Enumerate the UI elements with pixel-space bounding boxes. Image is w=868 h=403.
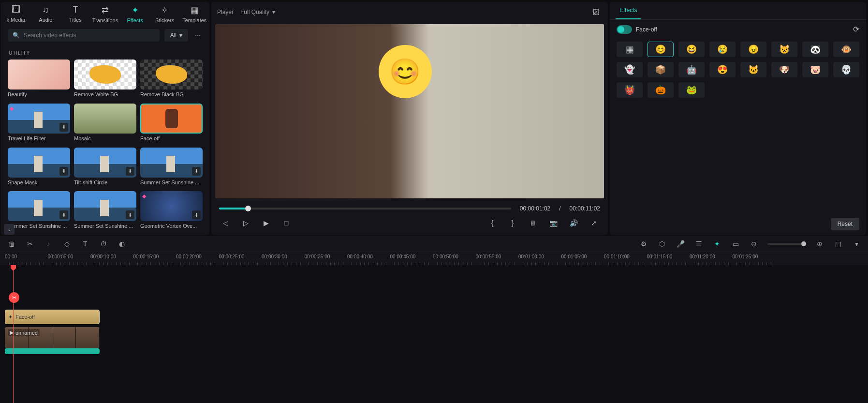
nav-tab-titles[interactable]: TTitles: [60, 5, 90, 23]
adjust-icon[interactable]: ⚙: [639, 240, 648, 248]
effect-item[interactable]: ◆⬇Geometric Vortex Ove...: [140, 191, 203, 230]
play-button[interactable]: ▶: [260, 217, 272, 229]
nav-tab-k-media[interactable]: 🎞k Media: [1, 5, 31, 23]
effect-thumb[interactable]: ⬇: [74, 191, 136, 221]
split-icon[interactable]: ✂: [25, 240, 35, 248]
tab-effects[interactable]: Effects: [616, 2, 641, 19]
effect-item[interactable]: Face-off: [140, 104, 203, 143]
more-button[interactable]: ⋯: [193, 32, 203, 39]
speed-icon[interactable]: ⏱: [99, 240, 108, 248]
display-icon[interactable]: 🖥: [527, 217, 539, 229]
video-preview[interactable]: 😊: [215, 24, 604, 198]
collapse-sidebar-button[interactable]: ‹: [4, 224, 15, 235]
nav-tab-audio[interactable]: ♫Audio: [31, 5, 61, 23]
emoji-option[interactable]: 🐵: [833, 42, 859, 57]
zoom-in-icon[interactable]: ⊕: [815, 240, 824, 248]
download-icon[interactable]: ⬇: [126, 167, 134, 176]
filter-dropdown[interactable]: All ▾: [164, 29, 188, 42]
effect-clip[interactable]: ✦ Face-off: [5, 310, 100, 324]
camera-icon[interactable]: 📷: [547, 217, 559, 229]
mark-out-button[interactable]: }: [506, 217, 519, 229]
effect-thumb[interactable]: ⬇: [74, 148, 136, 178]
download-icon[interactable]: ⬇: [126, 210, 134, 219]
emoji-option[interactable]: 📦: [647, 62, 674, 77]
effect-thumb[interactable]: [8, 60, 70, 90]
effect-item[interactable]: ⬇Tilt-shift Circle: [74, 148, 136, 187]
effect-thumb[interactable]: ⬇: [140, 148, 203, 178]
emoji-option[interactable]: 🐱: [740, 62, 766, 77]
effect-thumb[interactable]: ◆⬇: [8, 104, 70, 134]
download-icon[interactable]: ⬇: [59, 123, 68, 132]
dropdown-icon[interactable]: ▾: [852, 240, 861, 248]
effect-item[interactable]: Mosaic: [74, 104, 136, 143]
effect-item[interactable]: ⬇Shape Mask: [8, 148, 70, 187]
mixer-icon[interactable]: ☰: [694, 240, 704, 248]
aspect-icon[interactable]: ▭: [731, 240, 740, 248]
scrub-bar[interactable]: [219, 208, 511, 209]
timeline-ruler[interactable]: 00:0000:00:05:0000:00:10:0000:00:15:0000…: [0, 252, 868, 265]
nav-tab-templates[interactable]: ▦Templates: [179, 5, 209, 23]
snapshot-icon[interactable]: 🖼: [589, 6, 602, 18]
nav-tab-effects[interactable]: ✦Effects: [120, 5, 150, 23]
nav-tab-transitions[interactable]: ⇄Transitions: [90, 5, 120, 23]
emoji-option[interactable]: 🎃: [647, 82, 674, 98]
color-icon[interactable]: ◐: [117, 240, 127, 248]
effect-item[interactable]: Remove White BG: [74, 60, 136, 99]
download-icon[interactable]: ⬇: [192, 167, 201, 176]
emoji-option[interactable]: 💀: [833, 62, 859, 77]
playhead[interactable]: [13, 265, 14, 403]
volume-icon[interactable]: 🔊: [567, 217, 580, 229]
download-icon[interactable]: ⬇: [59, 167, 68, 176]
emoji-option[interactable]: 🐶: [771, 62, 797, 77]
search-field[interactable]: [24, 32, 155, 39]
audio-clip[interactable]: [5, 348, 100, 354]
effect-thumb[interactable]: ⬇: [8, 148, 70, 178]
layout-icon[interactable]: ▤: [833, 240, 843, 248]
effect-item[interactable]: ⬇Summer Set Sunshine ...: [8, 191, 70, 230]
mic-icon[interactable]: 🎤: [676, 240, 685, 248]
effect-item[interactable]: Remove Black BG: [140, 60, 203, 99]
effect-thumb[interactable]: [74, 104, 136, 134]
emoji-option[interactable]: ▦: [617, 42, 643, 57]
emoji-option[interactable]: 😠: [740, 42, 766, 57]
faceoff-toggle[interactable]: [617, 25, 632, 34]
reset-button[interactable]: Reset: [831, 218, 859, 230]
zoom-out-icon[interactable]: ⊖: [749, 240, 759, 248]
emoji-option[interactable]: 👹: [617, 82, 643, 98]
effect-item[interactable]: Beautify: [8, 60, 70, 99]
emoji-option[interactable]: 😆: [678, 42, 705, 57]
effect-thumb[interactable]: [140, 104, 203, 134]
emoji-option[interactable]: 👻: [617, 62, 643, 77]
effect-thumb[interactable]: ⬇: [8, 191, 70, 221]
quality-dropdown[interactable]: Full Quality ▾: [240, 9, 275, 15]
fullscreen-icon[interactable]: ⤢: [588, 217, 600, 229]
emoji-option[interactable]: 🐸: [678, 82, 705, 98]
marker-icon[interactable]: ⬡: [657, 240, 667, 248]
stop-button[interactable]: □: [280, 217, 293, 229]
zoom-slider[interactable]: [767, 243, 806, 245]
effect-thumb[interactable]: ◆⬇: [140, 191, 203, 221]
effect-item[interactable]: ◆⬇Travel Life Filter: [8, 104, 70, 143]
emoji-option[interactable]: 😊: [647, 42, 674, 57]
text-icon[interactable]: T: [80, 240, 90, 248]
render-icon[interactable]: ✦: [712, 240, 722, 248]
prev-frame-button[interactable]: ◁: [219, 217, 232, 229]
effect-thumb[interactable]: [74, 60, 136, 90]
emoji-option[interactable]: 😺: [771, 42, 797, 57]
emoji-option[interactable]: 😢: [709, 42, 736, 57]
video-clip[interactable]: ▶unnamed: [5, 327, 100, 348]
reset-icon[interactable]: ⟳: [853, 25, 859, 34]
download-icon[interactable]: ⬇: [59, 210, 68, 219]
effect-item[interactable]: ⬇Summer Set Sunshine ...: [74, 191, 136, 230]
emoji-option[interactable]: 🤖: [678, 62, 705, 77]
next-frame-button[interactable]: ▷: [239, 217, 252, 229]
effect-item[interactable]: ⬇Summer Set Sunshine ...: [140, 148, 203, 187]
effect-thumb[interactable]: [140, 60, 203, 90]
emoji-option[interactable]: 🐷: [802, 62, 828, 77]
emoji-option[interactable]: 🐼: [802, 42, 828, 57]
delete-icon[interactable]: 🗑: [7, 240, 16, 248]
download-icon[interactable]: ⬇: [192, 210, 201, 219]
nav-tab-stickers[interactable]: ✧Stickers: [150, 5, 180, 23]
split-handle[interactable]: ✂: [9, 292, 19, 303]
mark-in-button[interactable]: {: [486, 217, 499, 229]
